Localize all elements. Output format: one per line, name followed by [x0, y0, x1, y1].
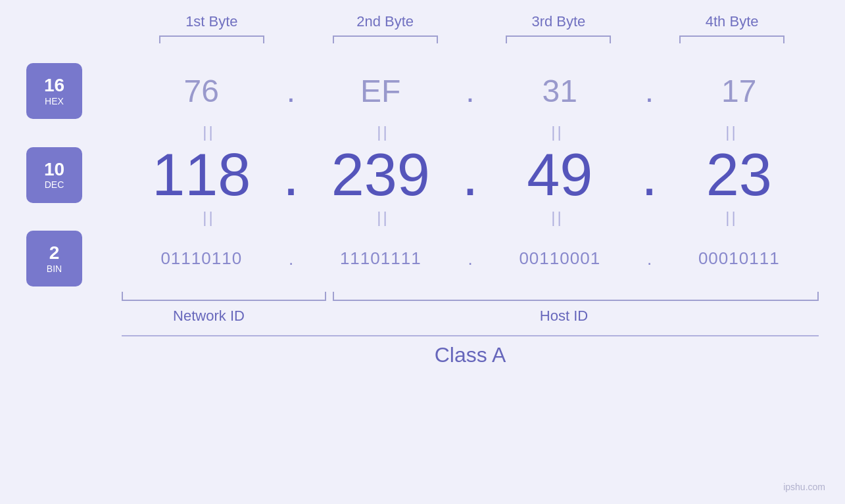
hex-dot-3: .: [640, 76, 660, 107]
class-section: Class A: [26, 335, 819, 367]
bin-val-3: 00110001: [519, 248, 600, 268]
dec-dot-1: .: [281, 145, 301, 204]
hex-byte2: EF: [301, 73, 461, 109]
byte1-header: 1st Byte: [125, 13, 299, 35]
class-label: Class A: [122, 343, 819, 367]
hex-byte1: 76: [122, 73, 281, 109]
hex-badge-number: 16: [44, 76, 64, 96]
dec-byte3: 49: [480, 145, 640, 204]
top-bracket-1: [125, 35, 299, 43]
hex-cells: 76 . EF . 31 . 17: [122, 73, 819, 109]
dec-val-3: 49: [527, 142, 592, 208]
eq1-4: ||: [644, 123, 819, 141]
bin-val-4: 00010111: [698, 248, 780, 268]
dec-byte4: 23: [660, 145, 819, 204]
hex-val-1: 76: [184, 74, 219, 108]
top-brackets: [26, 35, 819, 43]
bin-byte1: 01110110: [122, 248, 281, 269]
host-id-label: Host ID: [296, 308, 819, 325]
dec-dot-2: .: [460, 145, 480, 204]
eq1-3: ||: [470, 123, 644, 141]
bin-byte3: 00110001: [480, 248, 640, 269]
hex-val-3: 31: [543, 74, 577, 108]
eq2-1: ||: [122, 208, 296, 227]
eq1-1: ||: [122, 123, 296, 141]
network-bracket: [122, 292, 326, 301]
hex-dot-2: .: [460, 76, 480, 107]
top-bracket-2: [299, 35, 472, 43]
hex-badge-label: HEX: [45, 96, 64, 106]
network-id-label: Network ID: [122, 308, 296, 325]
dec-badge: 10 DEC: [26, 147, 82, 203]
hex-byte4: 17: [660, 73, 819, 109]
hex-val-2: EF: [360, 74, 400, 108]
host-bracket: [333, 292, 819, 301]
hex-val-4: 17: [721, 74, 756, 108]
bottom-brackets: [26, 292, 819, 305]
bin-badge-label: BIN: [47, 263, 62, 274]
dec-val-1: 118: [152, 142, 251, 208]
bin-dot-1: .: [281, 250, 301, 267]
bin-row: 2 BIN 01110110 . 11101111 . 00110001 . 0…: [26, 231, 819, 286]
dec-byte2: 239: [301, 145, 461, 204]
bin-badge: 2 BIN: [26, 231, 82, 286]
top-bracket-3: [472, 35, 646, 43]
byte4-header: 4th Byte: [645, 13, 819, 35]
dec-val-4: 23: [706, 142, 772, 208]
top-bracket-4: [645, 35, 819, 43]
dec-badge-number: 10: [44, 160, 64, 180]
eq2-2: ||: [296, 208, 470, 227]
byte3-header: 3rd Byte: [472, 13, 646, 35]
bin-val-2: 11101111: [340, 248, 422, 268]
bin-dot-2: .: [460, 250, 480, 267]
hex-row: 16 HEX 76 . EF . 31 . 17: [26, 63, 819, 119]
id-labels-row: Network ID Host ID: [26, 308, 819, 325]
dec-byte1: 118: [122, 145, 281, 204]
equals-row-1: || || || ||: [26, 123, 819, 141]
main-container: 1st Byte 2nd Byte 3rd Byte 4th Byte 16 H…: [0, 0, 845, 504]
eq2-3: ||: [470, 208, 644, 227]
bin-badge-number: 2: [49, 243, 60, 263]
hex-badge: 16 HEX: [26, 63, 82, 119]
watermark: ipshu.com: [783, 482, 825, 492]
equals-row-2: || || || ||: [26, 208, 819, 227]
bin-val-1: 01110110: [160, 248, 242, 268]
dec-cells: 118 . 239 . 49 . 23: [122, 145, 819, 204]
hex-byte3: 31: [480, 73, 640, 109]
dec-dot-3: .: [640, 145, 660, 204]
dec-badge-label: DEC: [45, 179, 64, 190]
bin-byte2: 11101111: [301, 248, 461, 269]
dec-val-2: 239: [331, 142, 430, 208]
dec-row: 10 DEC 118 . 239 . 49 . 23: [26, 145, 819, 204]
class-bracket-line: [122, 335, 819, 336]
hex-dot-1: .: [281, 76, 301, 107]
eq1-2: ||: [296, 123, 470, 141]
byte2-header: 2nd Byte: [299, 13, 472, 35]
eq2-4: ||: [644, 208, 819, 227]
bin-byte4: 00010111: [660, 248, 819, 269]
bin-dot-3: .: [640, 250, 660, 267]
byte-headers: 1st Byte 2nd Byte 3rd Byte 4th Byte: [26, 13, 819, 35]
bin-cells: 01110110 . 11101111 . 00110001 . 0001011…: [122, 248, 819, 269]
